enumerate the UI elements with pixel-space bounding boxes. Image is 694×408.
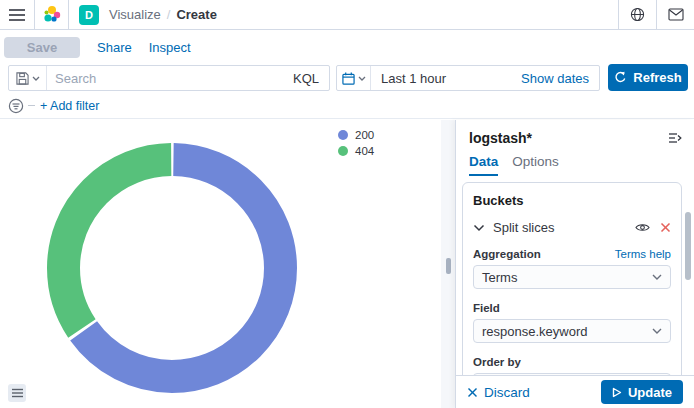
collapse-panel-icon[interactable] <box>668 132 682 144</box>
update-label: Update <box>628 385 672 400</box>
order-by-label-row: Order by <box>473 356 671 368</box>
chevron-down-icon <box>32 76 40 81</box>
date-picker: Last 1 hour Show dates <box>336 65 600 91</box>
visualize-toolbar: Save Share Inspect <box>0 31 694 63</box>
filter-glyph <box>8 98 24 114</box>
saved-query-menu-button[interactable] <box>9 66 47 90</box>
refresh-icon <box>614 71 627 84</box>
aggregation-label: Aggregation <box>473 248 541 260</box>
main-content: 200404 logstash* <box>0 120 694 408</box>
search-box: KQL <box>8 65 330 91</box>
play-icon <box>612 387 622 398</box>
breadcrumb-create: Create <box>176 7 216 22</box>
panel-scrollbar[interactable] <box>685 212 691 280</box>
field-value: response.keyword <box>482 324 588 339</box>
menu-icon[interactable] <box>0 0 34 29</box>
legend-dot <box>338 146 348 156</box>
show-dates-button[interactable]: Show dates <box>511 66 599 90</box>
hamburger-icon <box>9 8 25 22</box>
time-range-value[interactable]: Last 1 hour <box>371 66 511 90</box>
legend-item-404[interactable]: 404 <box>338 145 374 157</box>
tab-data[interactable]: Data <box>469 152 498 176</box>
split-slices-row[interactable]: Split slices <box>473 220 671 235</box>
panel-tabs: Data Options <box>456 152 694 176</box>
header-spacer <box>217 0 618 29</box>
list-icon <box>12 388 23 398</box>
breadcrumb: Visualize / Create <box>109 7 217 22</box>
eye-icon[interactable] <box>635 222 650 233</box>
breadcrumb-separator: / <box>167 7 171 22</box>
query-language-button[interactable]: KQL <box>283 66 329 90</box>
aggregation-value: Terms <box>482 270 517 285</box>
legend-dot <box>338 130 348 140</box>
top-header: D Visualize / Create <box>0 0 694 30</box>
terms-help-link[interactable]: Terms help <box>615 248 671 260</box>
globe-icon[interactable] <box>618 0 656 29</box>
share-button[interactable]: Share <box>97 40 132 55</box>
legend-label: 404 <box>355 145 374 157</box>
chevron-down-icon <box>358 76 366 81</box>
field-select[interactable]: response.keyword <box>473 319 671 343</box>
mail-icon[interactable] <box>656 0 694 29</box>
index-pattern-title: logstash* <box>469 130 532 146</box>
discard-label: Discard <box>484 385 530 400</box>
filter-bar: + Add filter <box>0 93 694 119</box>
chevron-down-icon <box>652 274 662 280</box>
split-slices-label: Split slices <box>493 220 554 235</box>
breadcrumb-section: D Visualize / Create <box>68 0 217 29</box>
legend-label: 200 <box>355 129 374 141</box>
remove-bucket-icon[interactable] <box>660 222 671 233</box>
inspect-button[interactable]: Inspect <box>149 40 191 55</box>
update-button[interactable]: Update <box>601 380 683 404</box>
close-icon <box>660 222 671 233</box>
date-quick-select-button[interactable] <box>337 66 371 90</box>
legend-item-200[interactable]: 200 <box>338 129 374 141</box>
panel-resize-handle[interactable] <box>446 258 451 274</box>
panel-scroll-area: Buckets Split slices <box>456 178 694 375</box>
eye-glyph <box>635 222 650 233</box>
panel-header: logstash* <box>456 120 694 152</box>
refresh-button[interactable]: Refresh <box>608 64 688 91</box>
breadcrumb-visualize[interactable]: Visualize <box>109 7 161 22</box>
editor-side-panel: logstash* Data Options Buckets <box>455 120 694 408</box>
save-button[interactable]: Save <box>4 37 80 58</box>
save-query-icon <box>16 72 29 85</box>
chevron-down-icon <box>652 328 662 334</box>
field-label: Field <box>473 302 500 314</box>
discard-button[interactable]: Discard <box>467 385 530 400</box>
filter-options-icon[interactable] <box>8 98 24 114</box>
elastic-logo[interactable] <box>34 0 68 29</box>
add-filter-button[interactable]: + Add filter <box>40 99 99 113</box>
visualization-area: 200404 <box>0 120 441 408</box>
field-label-row: Field <box>473 302 671 314</box>
mail-glyph <box>668 8 684 21</box>
globe-glyph <box>630 7 645 22</box>
buckets-card: Buckets Split slices <box>462 182 682 375</box>
query-bar: KQL Last 1 hour Show dates Refresh <box>0 63 694 93</box>
donut-chart <box>37 133 307 403</box>
space-badge[interactable]: D <box>79 5 99 25</box>
order-by-label: Order by <box>473 356 521 368</box>
panel-footer: Discard Update <box>456 375 694 408</box>
aggregation-select[interactable]: Terms <box>473 265 671 289</box>
chevron-down-icon <box>473 224 485 232</box>
tab-options[interactable]: Options <box>512 152 559 176</box>
menu-right-glyph <box>668 132 682 144</box>
refresh-label: Refresh <box>633 70 681 85</box>
buckets-title: Buckets <box>473 193 671 208</box>
close-icon <box>467 387 478 398</box>
toggle-legend-button[interactable] <box>8 384 26 402</box>
donut-svg <box>37 133 307 403</box>
chart-legend: 200404 <box>338 129 374 157</box>
search-input[interactable] <box>47 66 283 90</box>
filter-separator <box>28 105 35 106</box>
elastic-logo-icon <box>42 5 62 25</box>
aggregation-label-row: Aggregation Terms help <box>473 248 671 260</box>
calendar-icon <box>342 72 355 85</box>
